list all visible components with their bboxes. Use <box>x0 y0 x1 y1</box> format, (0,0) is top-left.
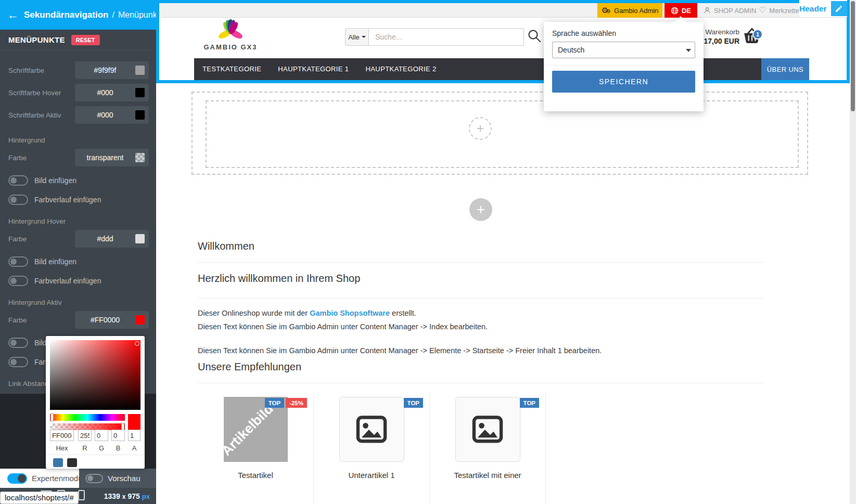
search-bar: Alle <box>345 28 524 46</box>
saved-swatch-dark[interactable] <box>67 458 77 467</box>
viewport-height: 975 <box>127 492 139 500</box>
schriftfarbe-hover-input[interactable]: #000 <box>75 84 149 101</box>
nav-item-ueber-uns[interactable]: ÜBER UNS <box>761 58 809 81</box>
toggle-off-switch[interactable] <box>8 256 28 267</box>
preview-toggle[interactable] <box>85 474 103 483</box>
saturation-cursor[interactable] <box>135 341 139 346</box>
saturation-field[interactable] <box>50 340 140 410</box>
saved-swatch-blue[interactable] <box>53 458 63 467</box>
color-swatch <box>135 66 145 75</box>
toggle-off-switch[interactable] <box>8 195 28 205</box>
placeholder-watermark: Artikelbild <box>224 401 276 459</box>
content-paragraph-3: Diesen Text können Sie im Gambio Admin u… <box>198 346 764 355</box>
field-value: #9f9f9f <box>75 66 135 74</box>
nav-item-hauptkategorie-2[interactable]: HAUPTKATEGORIE 2 <box>357 58 445 80</box>
current-color-swatch <box>128 414 140 430</box>
language-button[interactable]: DE <box>665 3 697 18</box>
shop-logo[interactable]: GAMBIO GX3 <box>202 19 259 51</box>
hintergrund-hover-farbe-input[interactable]: #ddd <box>75 230 149 248</box>
hintergrund-farbe-input[interactable]: transparent <box>75 149 149 166</box>
nav-item-hauptkategorie-1[interactable]: HAUPTKATEGORIE 1 <box>270 58 357 80</box>
popup-divider <box>544 65 704 66</box>
schriftfarbe-input[interactable]: #9f9f9f <box>75 61 149 79</box>
add-content-button[interactable]: + <box>469 198 492 221</box>
picker-divider <box>46 455 145 455</box>
search-filter-dropdown[interactable]: Alle <box>345 28 369 46</box>
language-select[interactable]: Deutsch <box>552 42 695 58</box>
product-title[interactable]: Testartikel mit einer <box>430 471 545 480</box>
product-title[interactable]: Testartikel <box>198 471 313 480</box>
search-filter-label: Alle <box>348 33 360 41</box>
add-content-dashed-button[interactable]: + <box>469 117 492 140</box>
shop-admin-link[interactable]: SHOP ADMIN <box>704 3 756 18</box>
green-input[interactable] <box>95 430 108 441</box>
color-swatch <box>135 315 145 325</box>
gambio-admin-button[interactable]: ⚙⚙ Gambio Admin <box>597 3 662 18</box>
recommendations-heading: Unsere Empfehlungen <box>198 361 764 383</box>
nav-item-testkategorie[interactable]: TESTKATEGORIE <box>194 58 270 80</box>
merkzettel-label: Merkzettel <box>769 7 800 15</box>
toggle-row-bild-einfuegen[interactable]: Bild einfügen <box>8 175 148 186</box>
content-dropzone-inner[interactable] <box>206 100 799 168</box>
url-tooltip: localhost/shoptest/# <box>0 492 79 504</box>
discount-badge: -25% <box>286 398 307 408</box>
content-paragraph-2: Diesen Text können Sie im Gambio Admin u… <box>198 322 764 331</box>
gambio-admin-label: Gambio Admin <box>614 7 658 15</box>
toggle-off-switch[interactable] <box>8 338 28 348</box>
edit-region-button[interactable] <box>831 1 847 16</box>
toggle-off-switch[interactable] <box>8 175 28 186</box>
panel-header: MENÜPUNKTE RESET <box>0 30 156 50</box>
toggle-off-switch[interactable] <box>8 276 28 286</box>
save-language-button[interactable]: SPEICHERN <box>552 71 695 93</box>
hue-slider[interactable] <box>50 414 125 421</box>
shop-preview: ⚙⚙ Gambio Admin DE SHOP ADMIN ♡ Merkzett… <box>156 0 856 504</box>
toggle-row-farbverlauf-einfuegen[interactable]: Farbverlauf einfügen <box>8 195 148 205</box>
sidebar-breadcrumb[interactable]: ← Sekundärnavigation / Menüpunkt <box>0 0 156 30</box>
field-row: Scriftfarbe Hover #000 <box>8 84 149 101</box>
saved-swatches <box>53 458 77 467</box>
gambio-shopsoftware-link[interactable]: Gambio Shopsoftware <box>310 309 390 317</box>
intro-paragraph: Dieser Onlineshop wurde mit der Gambio S… <box>198 309 764 317</box>
blue-label: B <box>111 444 125 452</box>
language-popup: Sprache auswählen Deutsch SPEICHERN <box>544 22 704 111</box>
toggle-row-farbverlauf-einfuegen[interactable]: Farbverlauf einfügen <box>8 276 148 286</box>
toggle-off-switch[interactable] <box>8 357 28 367</box>
toggle-label: Farbverlauf einfügen <box>34 196 101 204</box>
field-value: #000 <box>75 88 135 97</box>
region-label: Header <box>799 4 827 14</box>
phone-device-icon[interactable] <box>78 490 85 500</box>
alpha-input[interactable] <box>128 430 140 441</box>
red-label: R <box>78 444 92 452</box>
toggle-label: Farbverlauf einfügen <box>34 277 101 285</box>
expert-mode-section: Expertenmodus <box>0 469 79 488</box>
search-submit-icon[interactable] <box>527 29 542 45</box>
reset-button[interactable]: RESET <box>71 35 100 45</box>
field-value: #000 <box>75 111 135 119</box>
red-input[interactable] <box>78 430 92 441</box>
schriftfarbe-aktiv-input[interactable]: #000 <box>75 106 149 124</box>
color-swatch <box>135 110 145 120</box>
hue-slider-handle[interactable] <box>50 413 54 421</box>
intro-text-post: erstellt. <box>390 309 416 317</box>
expert-mode-label: Expertenmodus <box>32 474 86 483</box>
hex-input[interactable] <box>50 430 74 441</box>
transparent-swatch <box>135 153 145 162</box>
field-value: #FF0000 <box>75 316 135 324</box>
preview-scrollbar-thumb[interactable] <box>851 1 855 111</box>
field-row: Schriftfarbe #9f9f9f <box>8 61 149 79</box>
search-input[interactable] <box>369 28 524 46</box>
shop-admin-label: SHOP ADMIN <box>714 7 756 15</box>
field-value: #ddd <box>75 235 135 243</box>
top-badge: TOP <box>404 398 423 408</box>
merkzettel-link[interactable]: ♡ Merkzettel <box>759 3 800 18</box>
back-arrow-icon[interactable]: ← <box>7 8 19 22</box>
blue-input[interactable] <box>111 430 125 441</box>
product-image-placeholder[interactable] <box>339 397 404 462</box>
expert-mode-toggle[interactable] <box>7 473 27 484</box>
product-image-placeholder[interactable] <box>455 397 520 462</box>
hintergrund-aktiv-farbe-input[interactable]: #FF0000 <box>75 311 149 329</box>
color-swatch <box>135 88 145 97</box>
toggle-row-bild-einfuegen[interactable]: Bild einfügen <box>8 256 148 267</box>
product-title[interactable]: Unterartikel 1 <box>314 471 429 480</box>
toggle-label: Bild einfügen <box>34 257 76 266</box>
